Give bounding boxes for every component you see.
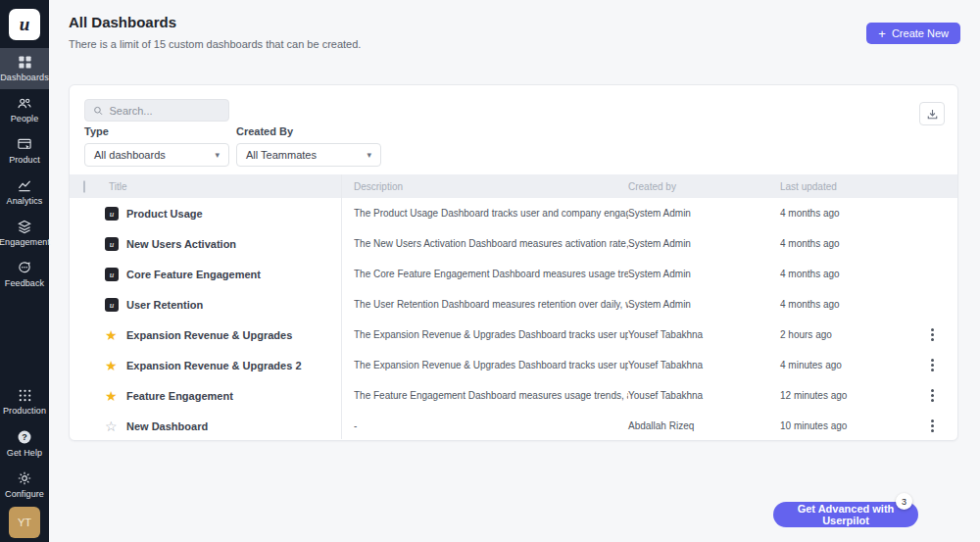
column-header-title: Title <box>109 181 354 192</box>
sidebar-item-label: Get Help <box>7 448 42 458</box>
dashboard-last-updated: 10 minutes ago <box>780 420 907 431</box>
export-download-button[interactable] <box>919 102 945 125</box>
dashboard-last-updated: 2 hours ago <box>780 329 907 340</box>
engagement-icon <box>17 220 32 234</box>
dashboard-description: The Core Feature Engagement Dashboard me… <box>354 269 628 279</box>
chevron-down-icon: ▾ <box>215 150 220 160</box>
sidebar-item-analytics[interactable]: Analytics <box>0 172 49 213</box>
filter-created-by-label: Created By <box>236 125 381 137</box>
sidebar-item-label: Feedback <box>5 278 44 288</box>
create-new-label: Create New <box>892 27 949 39</box>
avatar-container: YT <box>0 505 49 538</box>
type-dropdown-value: All dashboards <box>94 149 166 161</box>
sidebar-item-people[interactable]: People <box>0 89 49 130</box>
favorite-star-icon[interactable] <box>105 419 126 434</box>
column-header-last-updated: Last updated <box>780 181 907 192</box>
app-screen: u Dashboards People <box>0 0 980 542</box>
cta-container: Get Advanced with Userpilot 3 <box>773 493 918 528</box>
dashboard-type-icon <box>105 237 119 251</box>
dashboard-last-updated: 4 months ago <box>780 299 907 310</box>
gear-icon <box>17 470 32 486</box>
dashboard-created-by: Yousef Tabakhna <box>628 360 780 370</box>
row-menu-icon[interactable] <box>925 417 940 435</box>
dashboard-title: Product Usage <box>126 208 354 220</box>
filter-type-label: Type <box>84 125 229 137</box>
sidebar-item-product[interactable]: Product <box>0 130 49 172</box>
sidebar: u Dashboards People <box>0 0 49 542</box>
sidebar-item-engagement[interactable]: Engagement <box>0 213 49 254</box>
dashboard-title: New Dashboard <box>126 420 354 432</box>
dashboard-title: Expansion Revenue & Upgrades <box>126 329 354 341</box>
user-avatar[interactable]: YT <box>9 507 40 538</box>
table-row[interactable]: Expansion Revenue & Upgrades The Expansi… <box>70 320 957 350</box>
dashboard-type-icon <box>105 207 119 221</box>
sidebar-item-label: Production <box>3 406 46 416</box>
plus-icon: + <box>878 27 886 40</box>
table-row[interactable]: Core Feature Engagement The Core Feature… <box>70 259 957 289</box>
userpilot-logo[interactable]: u <box>9 9 40 40</box>
sidebar-item-label: Configure <box>5 489 44 499</box>
page-subtitle: There is a limit of 15 custom dashboards… <box>69 38 361 50</box>
dashboard-created-by: Abdallah Rizeq <box>628 420 780 431</box>
favorite-star-icon[interactable] <box>105 327 126 343</box>
create-new-button[interactable]: + Create New <box>866 23 960 44</box>
dashboards-icon <box>18 55 32 70</box>
search-icon <box>93 105 103 117</box>
sidebar-item-dashboards[interactable]: Dashboards <box>0 48 49 89</box>
type-dropdown[interactable]: All dashboards ▾ <box>84 143 229 167</box>
sidebar-item-production[interactable]: Production <box>0 381 49 422</box>
dashboard-created-by: System Admin <box>628 269 780 279</box>
sidebar-item-get-help[interactable]: ? Get Help <box>0 422 49 464</box>
select-all-checkbox[interactable] <box>83 180 85 193</box>
analytics-icon <box>17 178 32 193</box>
row-menu-icon[interactable] <box>925 386 940 405</box>
production-grid-icon <box>18 388 32 403</box>
favorite-star-icon[interactable] <box>105 358 126 373</box>
table-body: Product Usage The Product Usage Dashboar… <box>70 198 957 441</box>
dashboard-type-icon <box>105 298 119 312</box>
sidebar-item-configure[interactable]: Configure <box>0 464 49 505</box>
page-title: All Dashboards <box>69 14 176 30</box>
table-row[interactable]: User Retention The User Retention Dashbo… <box>70 289 957 320</box>
row-menu-icon[interactable] <box>925 325 940 344</box>
dashboard-created-by: System Admin <box>628 238 780 249</box>
sidebar-item-label: Product <box>9 155 40 165</box>
dashboard-title: User Retention <box>126 299 354 311</box>
sidebar-item-label: Engagement <box>0 237 50 247</box>
table-row[interactable]: New Dashboard - Abdallah Rizeq 10 minute… <box>70 411 957 441</box>
sidebar-item-label: Analytics <box>7 196 43 206</box>
row-menu-icon[interactable] <box>925 356 940 374</box>
sidebar-item-feedback[interactable]: Feedback <box>0 254 49 295</box>
dashboard-last-updated: 4 months ago <box>780 238 907 249</box>
feedback-icon <box>17 261 32 275</box>
dashboard-title: Core Feature Engagement <box>126 269 354 280</box>
table-row[interactable]: New Users Activation The New Users Activ… <box>70 228 957 259</box>
dashboard-created-by: System Admin <box>628 299 780 310</box>
dashboard-title: Expansion Revenue & Upgrades 2 <box>126 360 354 371</box>
dashboard-description: The Feature Engagement Dashboard measure… <box>354 390 628 401</box>
table-row[interactable]: Product Usage The Product Usage Dashboar… <box>70 198 957 228</box>
search-input[interactable] <box>109 105 220 117</box>
dashboard-description: The User Retention Dashboard measures re… <box>354 299 628 310</box>
column-header-created-by: Created by <box>628 181 780 192</box>
dashboards-card: Type All dashboards ▾ Created By All Tea… <box>69 84 958 441</box>
filter-type: Type All dashboards ▾ <box>84 125 229 167</box>
dashboard-title: Feature Engagement <box>126 390 354 402</box>
table-row[interactable]: Feature Engagement The Feature Engagemen… <box>70 380 957 411</box>
table-row[interactable]: Expansion Revenue & Upgrades 2 The Expan… <box>70 350 957 380</box>
sidebar-item-label: Dashboards <box>0 73 49 82</box>
favorite-star-icon[interactable] <box>105 388 126 404</box>
created-by-dropdown[interactable]: All Teammates ▾ <box>236 143 381 167</box>
column-header-description: Description <box>354 181 628 192</box>
product-icon <box>17 137 32 152</box>
download-icon <box>926 108 939 121</box>
search-box <box>84 99 229 122</box>
dashboard-last-updated: 4 months ago <box>780 269 907 279</box>
dashboard-description: The New Users Activation Dashboard measu… <box>354 238 628 249</box>
chevron-down-icon: ▾ <box>367 150 371 160</box>
created-by-dropdown-value: All Teammates <box>246 149 317 161</box>
sidebar-bottom: Production ? Get Help Configure YT <box>0 381 49 542</box>
dashboard-created-by: Yousef Tabakhna <box>628 390 780 401</box>
table-header: Title Description Created by Last update… <box>70 174 957 198</box>
dashboard-description: The Product Usage Dashboard tracks user … <box>354 208 628 219</box>
